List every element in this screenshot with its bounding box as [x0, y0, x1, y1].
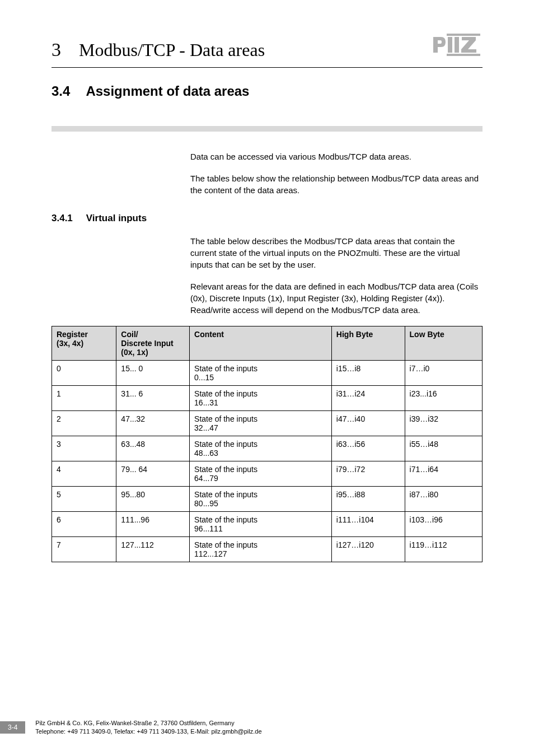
section-heading: 3.4 Assignment of data areas — [51, 83, 483, 99]
table-header-row: Register(3x, 4x) Coil/Discrete Input(0x,… — [52, 326, 483, 361]
table-cell: i23...i16 — [405, 386, 482, 411]
table-cell: 3 — [52, 436, 116, 461]
svg-rect-1 — [455, 37, 459, 53]
subsection-paragraph-2: Relevant areas for the data are defined … — [190, 281, 483, 316]
section-number: 3.4 — [51, 83, 70, 99]
table-cell: i63…i56 — [331, 436, 405, 461]
data-area-table: Register(3x, 4x) Coil/Discrete Input(0x,… — [51, 326, 483, 562]
table-cell: 31... 6 — [116, 386, 190, 411]
table-cell: 79... 64 — [116, 461, 190, 487]
table-cell: State of the inputs48...63 — [190, 436, 332, 461]
table-cell: i119…i112 — [405, 537, 482, 562]
table-cell: i15…i8 — [331, 361, 405, 386]
table-cell: 47...32 — [116, 411, 190, 436]
table-cell: State of the inputs16...31 — [190, 386, 332, 411]
footer-line-1: Pilz GmbH & Co. KG, Felix-Wankel-Straße … — [35, 719, 261, 727]
table-cell: State of the inputs80...95 — [190, 487, 332, 512]
table-row: 6111...96State of the inputs96...111i111… — [52, 512, 483, 537]
chapter-title: Modbus/TCP - Data areas — [79, 40, 265, 60]
page-footer: 3-4 Pilz GmbH & Co. KG, Felix-Wankel-Str… — [0, 719, 534, 736]
th-content: Content — [190, 326, 332, 361]
chapter-number: 3 — [51, 39, 61, 60]
subsection-paragraph-1: The table below describes the Modbus/TCP… — [190, 235, 483, 270]
table-cell: i55…i48 — [405, 436, 482, 461]
th-register: Register(3x, 4x) — [52, 326, 116, 361]
table-cell: 2 — [52, 411, 116, 436]
table-row: 595...80State of the inputs80...95i95…i8… — [52, 487, 483, 512]
table-cell: 127...112 — [116, 537, 190, 562]
table-row: 363...48State of the inputs48...63i63…i5… — [52, 436, 483, 461]
table-cell: 95...80 — [116, 487, 190, 512]
subsection-number: 3.4.1 — [51, 213, 73, 224]
table-cell: State of the inputs0...15 — [190, 361, 332, 386]
intro-paragraph-1: Data can be accessed via various Modbus/… — [190, 151, 483, 162]
table-row: 479... 64State of the inputs64...79i79…i… — [52, 461, 483, 487]
header-divider — [51, 67, 483, 68]
table-cell: i87…i80 — [405, 487, 482, 512]
table-cell: 7 — [52, 537, 116, 562]
table-cell: i111…i104 — [331, 512, 405, 537]
table-cell: 63...48 — [116, 436, 190, 461]
table-cell: 1 — [52, 386, 116, 411]
table-cell: i47…i40 — [331, 411, 405, 436]
section-title: Assignment of data areas — [86, 83, 249, 99]
table-cell: i71…i64 — [405, 461, 482, 487]
svg-rect-3 — [447, 54, 480, 56]
table-cell: i127…i120 — [331, 537, 405, 562]
th-coil: Coil/Discrete Input(0x, 1x) — [116, 326, 190, 361]
table-cell: 6 — [52, 512, 116, 537]
pilz-logo-icon — [432, 34, 483, 56]
th-lowbyte: Low Byte — [405, 326, 482, 361]
table-row: 131... 6State of the inputs16...31i31…i2… — [52, 386, 483, 411]
table-cell: i95…i88 — [331, 487, 405, 512]
intro-paragraph-2: The tables below show the relationship b… — [190, 172, 483, 196]
intro-text: Data can be accessed via various Modbus/… — [190, 151, 483, 196]
table-cell: 111...96 — [116, 512, 190, 537]
th-highbyte: High Byte — [331, 326, 405, 361]
table-cell: State of the inputs32...47 — [190, 411, 332, 436]
table-row: 7127...112State of the inputs112...127i1… — [52, 537, 483, 562]
table-cell: State of the inputs96...111 — [190, 512, 332, 537]
table-cell: 5 — [52, 487, 116, 512]
grey-bar — [51, 126, 483, 132]
svg-rect-0 — [448, 37, 452, 53]
table-cell: i7…i0 — [405, 361, 482, 386]
table-cell: State of the inputs64...79 — [190, 461, 332, 487]
subsection-heading: 3.4.1 Virtual inputs — [51, 213, 483, 224]
table-cell: i79…i72 — [331, 461, 405, 487]
table-cell: i31…i24 — [331, 386, 405, 411]
table-cell: i39…i32 — [405, 411, 482, 436]
table-cell: i103…i96 — [405, 512, 482, 537]
chapter-header: 3 Modbus/TCP - Data areas — [51, 34, 483, 60]
subsection-title: Virtual inputs — [86, 213, 147, 224]
subsection-text: The table below describes the Modbus/TCP… — [190, 235, 483, 316]
svg-rect-2 — [447, 34, 480, 36]
table-cell: State of the inputs112...127 — [190, 537, 332, 562]
table-row: 247...32State of the inputs32...47i47…i4… — [52, 411, 483, 436]
table-cell: 15... 0 — [116, 361, 190, 386]
table-row: 015... 0State of the inputs0...15i15…i8i… — [52, 361, 483, 386]
table-cell: 0 — [52, 361, 116, 386]
table-cell: 4 — [52, 461, 116, 487]
page-number-badge: 3-4 — [0, 721, 25, 734]
footer-line-2: Telephone: +49 711 3409-0, Telefax: +49 … — [35, 727, 261, 736]
